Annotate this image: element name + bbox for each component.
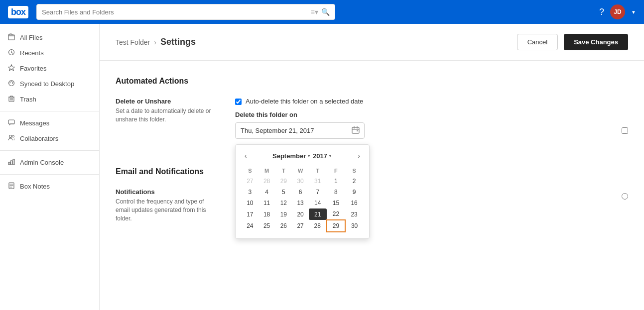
calendar-day[interactable]: 1 xyxy=(327,176,346,187)
calendar-year-button[interactable]: 2017 ▼ xyxy=(313,152,332,160)
day-header: S xyxy=(242,166,258,176)
sidebar-item-messages[interactable]: Messages xyxy=(0,115,99,131)
calendar-day[interactable]: 31 xyxy=(309,176,327,187)
calendar-day[interactable]: 20 xyxy=(292,208,309,220)
calendar-day[interactable]: 15 xyxy=(327,198,346,208)
calendar-day[interactable]: 25 xyxy=(258,220,275,232)
calendar-day[interactable]: 3 xyxy=(242,187,258,198)
calendar-day[interactable]: 10 xyxy=(242,198,258,208)
calendar-day[interactable]: 16 xyxy=(345,198,363,208)
calendar-day[interactable]: 19 xyxy=(275,208,292,220)
calendar-next[interactable]: › xyxy=(355,151,363,161)
section-divider xyxy=(116,155,628,155)
avatar[interactable]: JD xyxy=(610,4,625,19)
sidebar: All Files Recents Favorites xyxy=(0,24,100,310)
breadcrumb-separator: › xyxy=(154,38,156,46)
calendar-day[interactable]: 4 xyxy=(258,187,275,198)
automated-actions-title: Automated Actions xyxy=(116,77,628,86)
calendar-day[interactable]: 17 xyxy=(242,208,258,220)
calendar-day[interactable]: 29 xyxy=(327,220,346,232)
svg-point-7 xyxy=(12,135,14,137)
save-changes-button[interactable]: Save Changes xyxy=(564,34,628,50)
second-checkbox[interactable] xyxy=(622,127,628,134)
sidebar-item-favorites-label: Favorites xyxy=(20,65,46,72)
search-input[interactable] xyxy=(42,8,311,16)
calendar-day[interactable]: 30 xyxy=(345,220,363,232)
calendar-day[interactable]: 8 xyxy=(327,187,346,198)
calendar-day[interactable]: 12 xyxy=(275,198,292,208)
sidebar-item-collaborators[interactable]: Collaborators xyxy=(0,131,99,146)
calendar-day[interactable]: 29 xyxy=(275,176,292,187)
sidebar-item-trash-label: Trash xyxy=(20,96,36,103)
search-bar[interactable]: ≡▾ 🔍 xyxy=(36,4,335,20)
date-input[interactable] xyxy=(235,122,365,139)
content-area: Automated Actions Delete or Unshare Set … xyxy=(100,61,644,254)
sidebar-item-all-files[interactable]: All Files xyxy=(0,30,99,45)
sidebar-divider-3 xyxy=(0,174,99,175)
calendar-day[interactable]: 18 xyxy=(258,208,275,220)
main-content: Test Folder › Settings Cancel Save Chang… xyxy=(100,24,644,310)
calendar-day[interactable]: 27 xyxy=(292,220,309,232)
calendar-day[interactable]: 23 xyxy=(345,208,363,220)
admin-console-icon xyxy=(8,158,15,167)
logo: box xyxy=(8,6,28,18)
auto-delete-label: Auto-delete this folder on a selected da… xyxy=(246,98,363,105)
all-files-icon xyxy=(8,33,15,42)
calendar-body: 2728293031123456789101112131415161718192… xyxy=(242,176,363,232)
sidebar-item-admin-console[interactable]: Admin Console xyxy=(0,155,99,170)
calendar-day[interactable]: 27 xyxy=(242,176,258,187)
calendar-day[interactable]: 5 xyxy=(275,187,292,198)
sidebar-item-recents-label: Recents xyxy=(20,49,44,57)
radio-button-2[interactable] xyxy=(622,193,628,200)
sidebar-item-recents[interactable]: Recents xyxy=(0,45,99,61)
delete-unshare-label: Delete or Unshare Set a date to automati… xyxy=(116,98,215,139)
calendar-day[interactable]: 21 xyxy=(309,208,327,220)
svg-rect-8 xyxy=(8,162,10,165)
calendar-week-row: 17181920212223 xyxy=(242,208,363,220)
calendar-prev[interactable]: ‹ xyxy=(242,151,250,161)
sidebar-item-synced[interactable]: Synced to Desktop xyxy=(0,76,99,92)
sidebar-item-box-notes-label: Box Notes xyxy=(20,183,50,190)
box-notes-icon xyxy=(8,182,15,191)
month-dropdown-icon: ▼ xyxy=(307,154,311,158)
breadcrumb-parent[interactable]: Test Folder xyxy=(116,38,150,46)
sidebar-item-trash[interactable]: Trash xyxy=(0,92,99,107)
calendar-day[interactable]: 2 xyxy=(345,176,363,187)
auto-delete-checkbox-row: Auto-delete this folder on a selected da… xyxy=(235,98,572,105)
day-header: W xyxy=(292,166,309,176)
delete-on-label: Delete this folder on xyxy=(235,111,572,118)
calendar-day[interactable]: 6 xyxy=(292,187,309,198)
top-bar: Test Folder › Settings Cancel Save Chang… xyxy=(100,24,644,61)
calendar-day[interactable]: 24 xyxy=(242,220,258,232)
header: box ≡▾ 🔍 ? JD ▼ xyxy=(0,0,644,24)
cancel-button[interactable]: Cancel xyxy=(517,34,558,50)
year-dropdown-icon: ▼ xyxy=(328,154,332,158)
calendar-week-row: 272829303112 xyxy=(242,176,363,187)
calendar-day[interactable]: 11 xyxy=(258,198,275,208)
calendar-day[interactable]: 7 xyxy=(309,187,327,198)
calendar-month-button[interactable]: September ▼ xyxy=(272,152,311,160)
calendar-day[interactable]: 22 xyxy=(327,208,346,220)
calendar-day[interactable]: 28 xyxy=(309,220,327,232)
delete-unshare-control: Auto-delete this folder on a selected da… xyxy=(235,98,572,139)
notifications-desc: Control the frequency and type of email … xyxy=(116,198,215,222)
sidebar-item-box-notes[interactable]: Box Notes xyxy=(0,179,99,194)
calendar-day[interactable]: 28 xyxy=(258,176,275,187)
svg-point-3 xyxy=(9,81,14,86)
avatar-dropdown-icon[interactable]: ▼ xyxy=(631,9,636,15)
calendar-day[interactable]: 26 xyxy=(275,220,292,232)
sidebar-item-favorites[interactable]: Favorites xyxy=(0,61,99,76)
svg-rect-5 xyxy=(8,120,14,124)
delete-unshare-title: Delete or Unshare xyxy=(116,98,215,105)
calendar-day[interactable]: 9 xyxy=(345,187,363,198)
svg-rect-9 xyxy=(11,161,12,165)
trash-icon xyxy=(8,95,15,103)
calendar-day[interactable]: 30 xyxy=(292,176,309,187)
day-header: T xyxy=(275,166,292,176)
calendar-day[interactable]: 13 xyxy=(292,198,309,208)
delete-unshare-desc: Set a date to automatically delete or un… xyxy=(116,107,215,124)
calendar-day-headers: SMTWTFS xyxy=(242,166,363,176)
auto-delete-checkbox[interactable] xyxy=(235,99,242,105)
calendar-day[interactable]: 14 xyxy=(309,198,327,208)
help-icon[interactable]: ? xyxy=(599,7,604,17)
